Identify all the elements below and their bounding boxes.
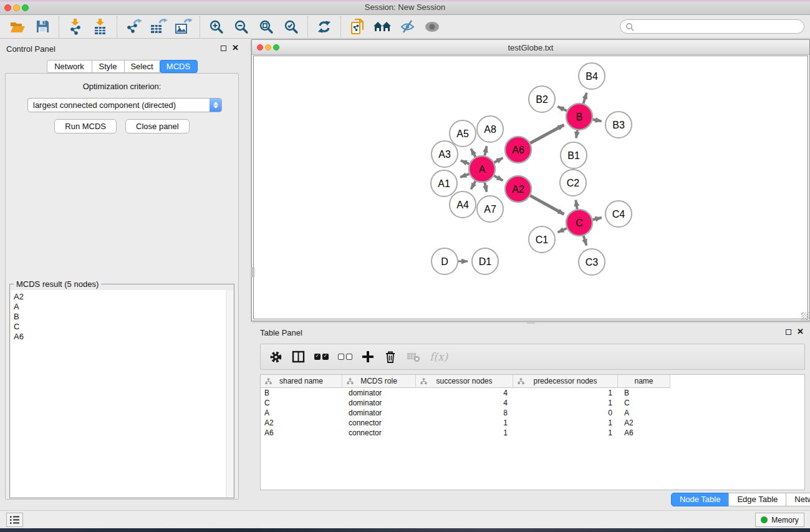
table-cell[interactable]: 1 — [416, 418, 513, 428]
table-cell[interactable]: B — [618, 388, 670, 398]
close-panel-button[interactable]: Close panel — [125, 119, 190, 133]
delete-table-button[interactable] — [407, 347, 420, 366]
zoom-in-button[interactable] — [204, 16, 229, 37]
refresh-layout-button[interactable] — [312, 16, 337, 37]
graph-node-A2[interactable]: A2 — [505, 176, 531, 202]
show-graphics-button[interactable] — [420, 16, 445, 37]
table-settings-button[interactable] — [269, 347, 282, 366]
network-vertical-scroll-thumb[interactable] — [251, 268, 254, 277]
column-header-predecessor-nodes[interactable]: predecessor nodes — [513, 375, 618, 388]
graph-node-C4[interactable]: C4 — [605, 201, 632, 227]
run-mcds-button[interactable]: Run MCDS — [54, 119, 117, 133]
tab-mcds[interactable]: MCDS — [160, 60, 198, 73]
table-cell[interactable]: 4 — [416, 398, 513, 408]
graph-node-A3[interactable]: A3 — [432, 141, 458, 167]
zoom-out-button[interactable] — [229, 16, 254, 37]
result-item[interactable]: C — [14, 322, 226, 332]
table-cell[interactable]: A6 — [618, 428, 670, 438]
criterion-dropdown[interactable]: largest connected component (directed) — [27, 98, 222, 112]
graph-node-A8[interactable]: A8 — [477, 116, 503, 142]
table-cell[interactable]: A — [261, 408, 342, 418]
result-item[interactable]: A6 — [14, 332, 226, 342]
zoom-fit-button[interactable] — [254, 16, 279, 37]
close-table-panel-icon[interactable]: ✕ — [797, 329, 804, 335]
table-cell[interactable]: dominator — [342, 408, 416, 418]
graph-node-C2[interactable]: C2 — [560, 170, 586, 196]
float-panel-icon[interactable] — [221, 46, 226, 51]
add-column-button[interactable] — [362, 347, 374, 366]
table-cell[interactable]: B — [261, 388, 342, 398]
open-file-button[interactable] — [5, 16, 30, 37]
task-history-button[interactable] — [6, 513, 23, 527]
graph-node-B3[interactable]: B3 — [605, 112, 632, 138]
graph-node-C1[interactable]: C1 — [529, 226, 555, 253]
table-cell[interactable]: dominator — [342, 388, 416, 398]
table-cell[interactable]: 4 — [416, 388, 513, 398]
network-canvas[interactable]: B4B2BB3A5A8A6A3B1AA1C2A2A4A7C4CC1C3DD1 — [253, 56, 808, 319]
select-all-button[interactable] — [314, 347, 329, 366]
table-cell[interactable]: C — [261, 398, 342, 408]
graph-node-B1[interactable]: B1 — [561, 142, 587, 168]
column-header-successor-nodes[interactable]: successor nodes — [416, 375, 513, 388]
tab-network-table[interactable]: Network Table — [786, 493, 810, 506]
close-panel-icon[interactable]: ✕ — [232, 45, 239, 51]
graph-node-A7[interactable]: A7 — [477, 196, 503, 222]
graph-node-A6[interactable]: A6 — [505, 137, 531, 163]
home-view-button[interactable] — [370, 16, 395, 37]
import-table-button[interactable] — [88, 16, 113, 37]
table-row[interactable]: A2connector11A2 — [261, 418, 804, 428]
export-table-button[interactable] — [146, 16, 171, 37]
save-session-button[interactable] — [30, 16, 55, 37]
column-header-shared-name[interactable]: shared name — [261, 375, 342, 388]
graph-node-B4[interactable]: B4 — [579, 63, 605, 89]
table-cell[interactable]: 1 — [513, 388, 618, 398]
table-cell[interactable]: A — [618, 408, 670, 418]
import-network-button[interactable] — [63, 16, 88, 37]
search-input[interactable] — [634, 22, 804, 32]
export-image-button[interactable] — [171, 16, 196, 37]
table-row[interactable]: Adominator80A — [261, 408, 804, 418]
delete-column-button[interactable] — [383, 347, 397, 366]
graph-node-B2[interactable]: B2 — [529, 86, 555, 112]
result-item[interactable]: A2 — [14, 292, 226, 302]
table-row[interactable]: A6connector11A6 — [261, 428, 804, 438]
network-window-titlebar[interactable]: testGlobe.txt — [252, 40, 809, 55]
graph-node-C3[interactable]: C3 — [579, 249, 605, 275]
graph-node-C[interactable]: C — [566, 210, 592, 236]
graph-node-D[interactable]: D — [432, 248, 458, 274]
search-field[interactable] — [620, 19, 804, 34]
table-cell[interactable]: A2 — [261, 418, 342, 428]
graph-node-A1[interactable]: A1 — [431, 170, 457, 196]
deselect-all-button[interactable] — [338, 347, 352, 366]
zoom-selected-button[interactable] — [279, 16, 304, 37]
graph-node-A[interactable]: A — [469, 156, 495, 182]
graph-node-A5[interactable]: A5 — [450, 120, 476, 147]
hide-unhide-button[interactable] — [395, 16, 420, 37]
table-cell[interactable]: connector — [342, 418, 416, 428]
tab-edge-table[interactable]: Edge Table — [728, 493, 786, 506]
graph-node-B[interactable]: B — [566, 104, 592, 130]
result-item[interactable]: B — [14, 312, 226, 322]
column-header-name[interactable]: name — [618, 375, 670, 388]
memory-button[interactable]: Memory — [755, 513, 804, 527]
table-cell[interactable]: connector — [342, 428, 416, 438]
table-cell[interactable]: dominator — [342, 398, 416, 408]
table-cell[interactable]: 1 — [513, 398, 618, 408]
apply-function-button[interactable]: f(x) — [430, 347, 448, 366]
column-header-MCDS-role[interactable]: MCDS role — [342, 375, 416, 388]
copy-network-button[interactable] — [345, 16, 370, 37]
table-cell[interactable]: A6 — [261, 428, 342, 438]
table-cell[interactable]: C — [618, 398, 670, 408]
float-table-panel-icon[interactable] — [786, 329, 791, 335]
table-cell[interactable]: 1 — [513, 428, 618, 438]
table-cell[interactable]: 1 — [416, 428, 513, 438]
result-item[interactable]: A — [14, 302, 226, 312]
graph-node-D1[interactable]: D1 — [472, 248, 498, 274]
table-cell[interactable]: A2 — [618, 418, 670, 428]
tab-style[interactable]: Style — [92, 60, 125, 73]
graph-node-A4[interactable]: A4 — [450, 191, 476, 218]
table-cell[interactable]: 0 — [513, 408, 618, 418]
mcds-result-list[interactable]: A2ABCA6 — [11, 290, 226, 497]
table-row[interactable]: Bdominator41B — [261, 388, 804, 398]
show-columns-button[interactable] — [292, 347, 305, 366]
